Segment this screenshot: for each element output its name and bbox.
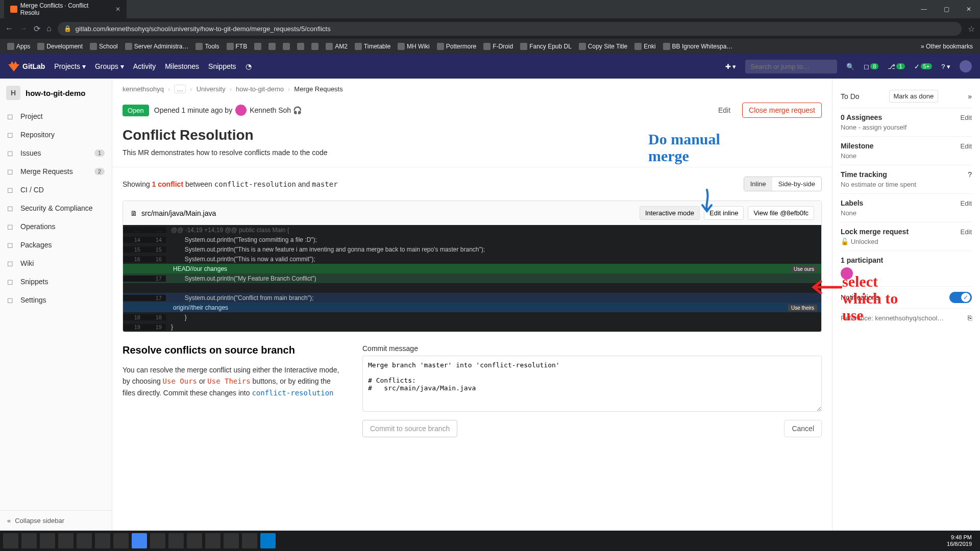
nav-todo-icon[interactable]: ✓ 5+	[914, 63, 933, 70]
bookmark-item[interactable]	[283, 43, 290, 50]
interactive-mode-button[interactable]: Interactive mode	[640, 206, 700, 220]
bookmark-item[interactable]: Tools	[195, 43, 219, 50]
use-theirs-button[interactable]: Use theirs	[788, 305, 817, 311]
commit-button[interactable]: Commit to source branch	[362, 420, 457, 437]
search-icon[interactable]: 🔍	[846, 63, 854, 70]
lock-edit[interactable]: Edit	[961, 228, 972, 236]
nav-projects[interactable]: Projects ▾	[54, 62, 86, 70]
author-name[interactable]: Kenneth Soh 🎧	[250, 106, 302, 114]
nav-perf-icon[interactable]: ◔	[246, 62, 252, 70]
mark-done-button[interactable]: Mark as done	[889, 90, 939, 103]
participant-avatar[interactable]	[841, 267, 853, 280]
nav-milestones[interactable]: Milestones	[165, 62, 199, 70]
use-ours-button[interactable]: Use ours	[791, 266, 817, 272]
vscode-icon[interactable]	[260, 533, 276, 548]
sidebar-item[interactable]: ◻Wiki	[0, 254, 112, 272]
sidebar-item[interactable]: ◻Repository	[0, 126, 112, 144]
window-maximize[interactable]: ▢	[935, 0, 958, 18]
sidebar-item[interactable]: ◻Issues1	[0, 144, 112, 162]
nav-issues-icon[interactable]: ◻ 8	[864, 63, 878, 70]
star-icon[interactable]: ☆	[968, 24, 975, 34]
sidebar-item[interactable]: ◻Security & Compliance	[0, 199, 112, 217]
bookmark-item[interactable]: Apps	[7, 43, 30, 50]
bookmark-item[interactable]: Timetable	[355, 43, 390, 50]
explorer-icon[interactable]	[113, 533, 129, 548]
edit-button[interactable]: Edit	[712, 103, 737, 118]
taskview-icon[interactable]	[58, 533, 74, 548]
bookmark-item[interactable]: Fancy Epub DL	[520, 43, 572, 50]
start-button[interactable]	[3, 533, 18, 548]
app-1[interactable]	[77, 533, 92, 548]
taskbar-clock[interactable]: 9:48 PM16/8/2019	[947, 534, 977, 547]
sidebar-item[interactable]: ◻Packages	[0, 236, 112, 254]
crumb-proj[interactable]: how-to-git-demo	[236, 85, 284, 93]
bookmark-item[interactable]: Server Administra…	[125, 43, 189, 50]
bookmark-item[interactable]	[254, 43, 261, 50]
app-3[interactable]	[150, 533, 165, 548]
bookmark-item[interactable]	[311, 43, 318, 50]
assignees-value[interactable]: None - assign yourself	[841, 123, 972, 131]
bookmark-item[interactable]	[268, 43, 276, 50]
edit-inline-button[interactable]: Edit inline	[704, 206, 744, 220]
app-5[interactable]	[187, 533, 202, 548]
user-avatar[interactable]	[960, 60, 972, 72]
view-file-button[interactable]: View file @8efb0fc	[748, 206, 814, 220]
crumb-ellipsis[interactable]: …	[174, 85, 186, 93]
back-icon[interactable]: ←	[5, 24, 13, 33]
app-8[interactable]	[242, 533, 257, 548]
toggle-inline[interactable]: Inline	[744, 177, 772, 191]
bookmark-item[interactable]: BB Ignore Whitespa…	[663, 43, 733, 50]
notifications-toggle[interactable]	[949, 292, 972, 303]
nav-mr-icon[interactable]: ⎇ 1	[888, 63, 904, 70]
address-bar[interactable]: 🔒 gitlab.com/kennethsohyq/school/univers…	[58, 22, 962, 36]
search-input[interactable]	[745, 60, 837, 73]
milestone-edit[interactable]: Edit	[961, 142, 972, 150]
browser-tab[interactable]: Merge Conflicts · Conflict Resolu ✕	[4, 0, 127, 20]
help-icon[interactable]: ? ▾	[941, 63, 950, 70]
sidebar-item[interactable]: ◻Snippets	[0, 272, 112, 291]
bookmark-item[interactable]: AM2	[326, 43, 348, 50]
author-avatar[interactable]	[235, 105, 247, 116]
app-7[interactable]	[224, 533, 239, 548]
crumb-uni[interactable]: University	[197, 85, 226, 93]
bookmark-item[interactable]: Pottermore	[437, 43, 476, 50]
reload-icon[interactable]: ⟳	[34, 24, 40, 34]
bookmark-item[interactable]	[297, 43, 304, 50]
cortana-icon[interactable]	[40, 533, 55, 548]
sidebar-item[interactable]: ◻Settings	[0, 291, 112, 309]
commit-message-input[interactable]	[362, 356, 822, 412]
window-close[interactable]: ✕	[958, 0, 980, 18]
toggle-sidebyside[interactable]: Side-by-side	[772, 177, 821, 191]
sidebar-item[interactable]: ◻CI / CD	[0, 181, 112, 199]
home-icon[interactable]: ⌂	[46, 24, 52, 33]
app-6[interactable]	[205, 533, 220, 548]
bookmark-item[interactable]: MH Wiki	[398, 43, 430, 50]
time-help-icon[interactable]: ?	[968, 170, 972, 179]
app-4[interactable]	[168, 533, 184, 548]
tab-close-icon[interactable]: ✕	[115, 6, 120, 13]
sidebar-item[interactable]: ◻Operations	[0, 217, 112, 236]
bookmark-item[interactable]: F-Droid	[483, 43, 513, 50]
close-mr-button[interactable]: Close merge request	[742, 103, 822, 118]
bookmark-item[interactable]: School	[90, 43, 118, 50]
bookmark-item[interactable]: Enki	[634, 43, 655, 50]
cancel-button[interactable]: Cancel	[784, 420, 822, 437]
nav-groups[interactable]: Groups ▾	[95, 62, 124, 70]
bookmark-item[interactable]: Development	[37, 43, 83, 50]
bookmark-item[interactable]: Copy Site Title	[579, 43, 627, 50]
collapse-sidebar[interactable]: « Collapse sidebar	[0, 510, 112, 531]
bookmark-item[interactable]: FTB	[227, 43, 248, 50]
app-2[interactable]	[95, 533, 110, 548]
nav-activity[interactable]: Activity	[133, 62, 156, 70]
sidebar-item[interactable]: ◻Project	[0, 107, 112, 126]
assignees-edit[interactable]: Edit	[961, 114, 972, 121]
project-header[interactable]: H how-to-git-demo	[0, 79, 112, 107]
labels-edit[interactable]: Edit	[961, 199, 972, 207]
search-taskbar[interactable]	[21, 533, 37, 548]
sidebar-item[interactable]: ◻Merge Requests2	[0, 162, 112, 181]
nav-snippets[interactable]: Snippets	[208, 62, 236, 70]
expand-sidebar-icon[interactable]: »	[968, 92, 972, 101]
plus-icon[interactable]: ✚ ▾	[725, 63, 737, 70]
other-bookmarks[interactable]: » Other bookmarks	[921, 43, 973, 50]
forward-icon[interactable]: →	[19, 24, 28, 33]
